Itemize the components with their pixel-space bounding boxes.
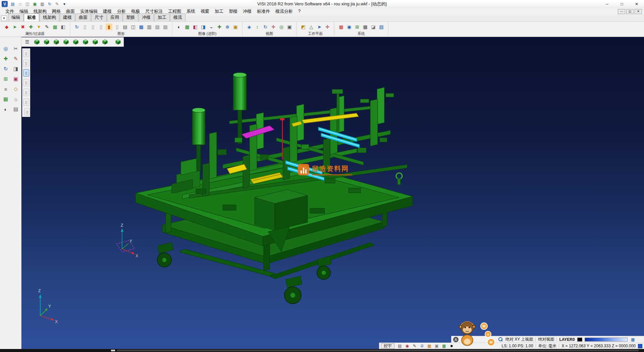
magnifier-icon[interactable] <box>498 337 503 342</box>
ribbon-tool-icon[interactable]: ✖ <box>19 24 26 30</box>
snap-lock-button[interactable]: 控宇 <box>381 343 394 349</box>
status-tool-icon[interactable]: ▩ <box>441 343 447 349</box>
ribbon-tool-icon[interactable]: ▯ <box>98 24 104 30</box>
menu-item[interactable]: 加工 <box>212 8 226 14</box>
maximize-button[interactable]: □ <box>614 0 629 8</box>
ribbon-tool-icon[interactable]: ◧ <box>60 24 66 30</box>
left-tool-icon[interactable]: ◐ <box>1 105 10 114</box>
left-tool-icon[interactable]: ≡ <box>1 85 10 93</box>
quick-access-icon[interactable]: ◫ <box>24 1 31 7</box>
left-tool-icon[interactable]: ◨ <box>11 64 20 73</box>
ribbon-tool-icon[interactable]: ◨ <box>200 24 207 30</box>
status-tool-icon[interactable]: ◉ <box>404 343 410 349</box>
menu-item[interactable]: 系统 <box>184 8 198 14</box>
model-canvas[interactable]: Z X Y Z X Y <box>21 37 644 349</box>
quick-access-icon[interactable]: ▥ <box>39 1 46 7</box>
ribbon-tool-icon[interactable]: ▧ <box>154 24 161 30</box>
quick-access-icon[interactable]: ↻ <box>46 1 53 7</box>
view-cube-button[interactable] <box>71 38 80 46</box>
view-cube-button[interactable] <box>91 38 100 46</box>
active-layer-label[interactable]: LAYER0 <box>559 337 575 342</box>
quick-access-icon[interactable]: ✎ <box>54 1 60 7</box>
ribbon-tool-icon[interactable]: ↻ <box>262 24 269 30</box>
ribbon-tool-icon[interactable]: ◎ <box>278 24 285 30</box>
toolbar-tab[interactable]: 建模 <box>60 13 75 21</box>
ribbon-tool-icon[interactable]: ▦ <box>52 24 58 30</box>
ribbon-tool-icon[interactable]: ◈ <box>246 24 253 30</box>
ribbon-tool-icon[interactable]: ◐ <box>176 24 182 30</box>
ribbon-tool-icon[interactable]: ▣ <box>232 24 239 30</box>
ribbon-tool-icon[interactable]: ➤ <box>11 24 18 30</box>
ribbon-tool-icon[interactable]: ▥ <box>146 24 153 30</box>
ribbon-tool-icon[interactable]: ⊞ <box>354 24 361 30</box>
menu-item[interactable]: 模流分析 <box>273 8 296 14</box>
palette-icon[interactable]: ▦ <box>630 337 636 342</box>
toolbar-tab[interactable]: 尺寸 <box>91 13 107 21</box>
absolute-view-label[interactable]: 绝对视图 <box>538 337 554 342</box>
ribbon-tool-icon[interactable]: ▩ <box>138 24 145 30</box>
view-cube-button[interactable] <box>62 38 70 46</box>
toolbar-tab[interactable]: 线架构 <box>40 13 59 21</box>
ribbon-tool-icon[interactable]: ◫ <box>130 24 137 30</box>
ribbon-tool-icon[interactable]: ◒ <box>208 24 215 30</box>
toolbar-tab[interactable]: 标准 <box>24 13 39 21</box>
minimize-button[interactable]: – <box>600 0 614 8</box>
ribbon-tool-icon[interactable]: ↻ <box>73 24 80 30</box>
toolbar-tab[interactable]: 塑膜 <box>123 13 138 21</box>
ribbon-tool-icon[interactable]: ▯ <box>114 24 120 30</box>
view-list-button[interactable]: ☰ <box>23 38 32 46</box>
ribbon-tool-icon[interactable]: ➤ <box>316 24 323 30</box>
color-gradient-bar[interactable] <box>585 338 628 342</box>
mdi-minimize-button[interactable]: — <box>618 9 625 14</box>
view-cube-button[interactable] <box>33 38 41 46</box>
ribbon-tool-icon[interactable]: ✚ <box>28 24 34 30</box>
ribbon-tool-icon[interactable]: ✎ <box>44 24 50 30</box>
3d-viewport[interactable]: ☰ ▯▯▯▯▯▯▯ <box>21 37 644 349</box>
ribbon-tool-icon[interactable]: △ <box>308 24 315 30</box>
quick-access-icon[interactable]: ▤ <box>9 1 16 7</box>
menu-item[interactable]: 视窗 <box>198 8 212 14</box>
status-tool-icon[interactable]: ✎ <box>412 343 418 349</box>
left-tool-icon[interactable]: ⊞ <box>1 75 10 83</box>
left-tool-icon[interactable]: ✂ <box>11 44 20 53</box>
left-tool-icon[interactable]: ◇ <box>11 85 20 93</box>
ribbon-tool-icon[interactable]: ▩ <box>184 24 191 30</box>
menu-item[interactable]: 冲模 <box>240 8 254 14</box>
ribbon-tool-icon[interactable]: ◉ <box>346 24 353 30</box>
toolbar-tab[interactable]: 加工 <box>154 13 170 21</box>
quick-access-icon[interactable]: ▣ <box>32 1 38 7</box>
ribbon-tool-icon[interactable]: ▯ <box>82 24 88 30</box>
mini-strip-button[interactable]: ▯ <box>23 50 29 57</box>
mini-strip-button[interactable]: ▯ <box>24 108 30 116</box>
left-tool-icon[interactable]: ⌂ <box>11 95 20 103</box>
ribbon-tool-icon[interactable]: ▨ <box>378 24 385 30</box>
status-tool-icon[interactable]: ▣ <box>434 343 440 349</box>
view-cube-button[interactable] <box>42 38 51 46</box>
view-cube-button[interactable] <box>81 38 90 46</box>
left-tool-icon[interactable]: ↻ <box>1 64 10 73</box>
taskbar-strip[interactable] <box>0 349 644 352</box>
status-tool-icon[interactable]: ② <box>419 343 425 349</box>
status-tool-icon[interactable]: ▦ <box>426 343 432 349</box>
left-tool-icon[interactable]: ▤ <box>11 105 20 114</box>
mini-strip-button[interactable]: ▯ <box>23 59 29 67</box>
ribbon-tool-icon[interactable]: ◪ <box>370 24 377 30</box>
ribbon-tool-icon[interactable]: ▮ <box>106 24 112 30</box>
ribbon-tool-icon[interactable]: ▦ <box>338 24 344 30</box>
quick-access-icon[interactable]: ▾ <box>61 1 68 7</box>
mdi-close-button[interactable]: ✕ <box>635 9 642 14</box>
ribbon-tool-icon[interactable]: ✛ <box>324 24 331 30</box>
left-tool-icon[interactable]: ✚ <box>1 54 10 63</box>
view-cube-button[interactable] <box>52 38 61 46</box>
menu-item[interactable]: 塑模 <box>226 8 240 14</box>
ribbon-tool-icon[interactable]: ◆ <box>3 24 10 30</box>
ribbon-tool-icon[interactable]: ◩ <box>300 24 307 30</box>
left-tool-icon[interactable]: ✎ <box>11 54 20 63</box>
mdi-restore-button[interactable]: ◱ <box>626 9 634 14</box>
toolbar-tab[interactable]: 曲面 <box>75 13 91 21</box>
toolbar-tab[interactable]: 模流 <box>170 13 185 21</box>
active-color-swatch[interactable] <box>577 338 582 342</box>
toolbar-tab[interactable]: 冲模 <box>139 13 154 21</box>
mini-strip-button[interactable]: ▯ <box>23 98 29 106</box>
ribbon-tool-icon[interactable]: ▩ <box>362 24 369 30</box>
